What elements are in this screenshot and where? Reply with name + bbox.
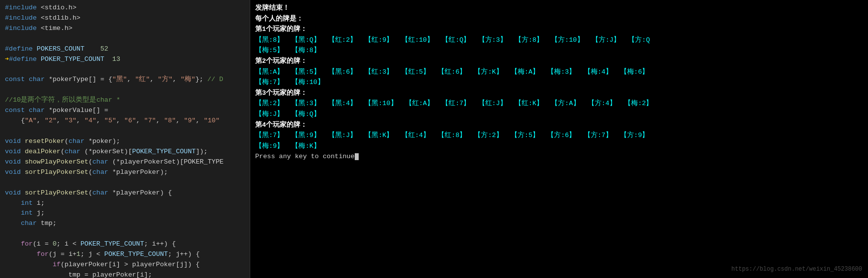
watermark: https://blog.csdn.net/weixin_45238600 xyxy=(732,265,862,274)
line-deal-poker: void dealPoker(char (*pokerSet)[POKER_TY… xyxy=(5,147,245,157)
player2-row2: 【梅:7】 【梅:10】 xyxy=(255,77,863,88)
line-blank-4 xyxy=(5,126,245,137)
output-each-label: 每个人的牌是： xyxy=(255,14,863,25)
line-poker-value-arr: {"A", "2", "3", "4", "5", "6", "7", "8",… xyxy=(5,116,245,126)
player1-label: 第1个玩家的牌： xyxy=(255,24,863,35)
terminal-cursor xyxy=(355,153,359,160)
code-editor: #include <stdio.h> #include <stdlib.h> #… xyxy=(0,0,250,278)
player3-label: 第3个玩家的牌： xyxy=(255,88,863,99)
line-for1: for(i = 0; i < POKER_TYPE_COUNT; i++) { xyxy=(5,239,245,250)
line-sort-func-def: void sortPlayPokerSet(char *playerPoker)… xyxy=(5,188,245,198)
line-tmp-assign: tmp = playerPoker[i]; xyxy=(5,270,245,278)
player1-row2: 【梅:5】 【梅:8】 xyxy=(255,45,863,56)
player4-row1: 【黑:7】 【黑:9】 【黑:J】 【黑:K】 【红:4】 【红:8】 【方:2… xyxy=(255,130,863,141)
line-int-j: int j; xyxy=(5,208,245,219)
line-int-i: int i; xyxy=(5,198,245,209)
line-show-play: void showPlayPokerSet(char (*playerPoker… xyxy=(5,157,245,167)
line-blank-3 xyxy=(5,85,245,95)
line-blank-2 xyxy=(5,65,245,75)
player2-label: 第2个玩家的牌： xyxy=(255,56,863,67)
line-include-stdlib: #include <stdlib.h> xyxy=(5,13,245,24)
line-define-type: ➔#define POKER_TYPE_COUNT 13 xyxy=(5,55,245,65)
line-char-tmp: char tmp; xyxy=(5,219,245,229)
line-for2: for(j = i+1; j < POKER_TYPE_COUNT; j++) … xyxy=(5,250,245,260)
player2-row1: 【黑:A】 【黑:5】 【黑:6】 【红:3】 【红:5】 【红:6】 【方:K… xyxy=(255,67,863,78)
line-blank-1 xyxy=(5,34,245,44)
player4-label: 第4个玩家的牌： xyxy=(255,120,863,131)
line-include-stdio: #include <stdio.h> xyxy=(5,3,245,13)
output-header: 发牌结束！ xyxy=(255,3,863,14)
line-include-time: #include <time.h> xyxy=(5,24,245,34)
line-comment-10: //10是两个字符，所以类型是char * xyxy=(5,95,245,106)
terminal-output: 发牌结束！ 每个人的牌是： 第1个玩家的牌： 【黑:8】 【黑:Q】 【红:2】… xyxy=(250,0,868,278)
continue-prompt: Press any key to continue xyxy=(255,151,863,162)
line-if1: if(playerPoker[i] > playerPoker[j]) { xyxy=(5,260,245,270)
line-sort-play: void sortPlayPokerSet(char *playerPoker)… xyxy=(5,167,245,178)
player3-row2: 【梅:J】 【梅:Q】 xyxy=(255,109,863,120)
line-define-pokers: #define POKERS_COUNT 52 xyxy=(5,44,245,55)
line-poker-type: const char *pokerType[] = {"黑", "红", "方"… xyxy=(5,75,245,85)
line-blank-6 xyxy=(5,229,245,239)
player1-row1: 【黑:8】 【黑:Q】 【红:2】 【红:9】 【红:10】 【红:Q】 【方:… xyxy=(255,35,863,46)
line-blank-5 xyxy=(5,178,245,188)
line-reset-poker: void resetPoker(char *poker); xyxy=(5,137,245,147)
player4-row2: 【梅:9】 【梅:K】 xyxy=(255,141,863,152)
player3-row1: 【黑:2】 【黑:3】 【黑:4】 【黑:10】 【红:A】 【红:7】 【红:… xyxy=(255,98,863,109)
line-poker-value-decl: const char *pokerValue[] = xyxy=(5,106,245,116)
